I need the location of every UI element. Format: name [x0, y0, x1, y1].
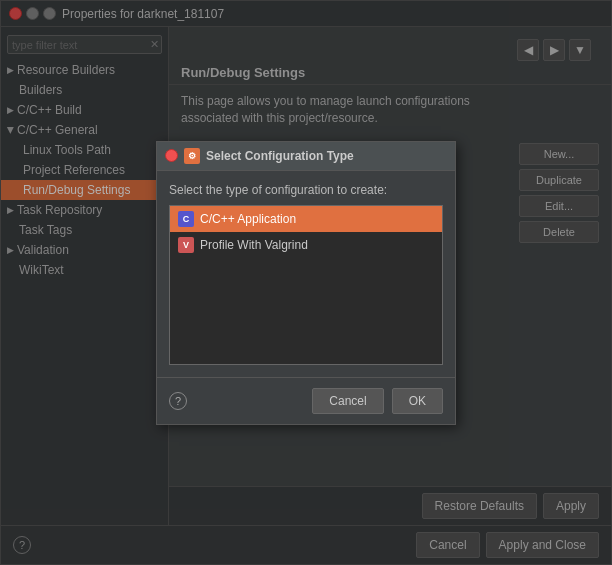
- config-item-profile-valgrind[interactable]: V Profile With Valgrind: [170, 232, 442, 258]
- modal-title: Select Configuration Type: [206, 149, 354, 163]
- modal-icon: ⚙: [184, 148, 200, 164]
- modal-overlay: ⚙ Select Configuration Type Select the t…: [0, 0, 612, 565]
- configuration-list: C C/C++ Application V Profile With Valgr…: [169, 205, 443, 365]
- modal-ok-button[interactable]: OK: [392, 388, 443, 414]
- modal-footer: ? Cancel OK: [157, 377, 455, 424]
- valgrind-icon: V: [178, 237, 194, 253]
- modal-subtitle: Select the type of configuration to crea…: [169, 183, 443, 197]
- config-item-cpp-application[interactable]: C C/C++ Application: [170, 206, 442, 232]
- modal-cancel-button[interactable]: Cancel: [312, 388, 383, 414]
- modal-help-icon[interactable]: ?: [169, 392, 187, 410]
- config-item-label: C/C++ Application: [200, 212, 296, 226]
- modal-title-bar: ⚙ Select Configuration Type: [157, 142, 455, 171]
- config-item-label: Profile With Valgrind: [200, 238, 308, 252]
- cpp-icon: C: [178, 211, 194, 227]
- select-configuration-modal: ⚙ Select Configuration Type Select the t…: [156, 141, 456, 425]
- modal-close-button[interactable]: [165, 149, 178, 162]
- modal-body: Select the type of configuration to crea…: [157, 171, 455, 377]
